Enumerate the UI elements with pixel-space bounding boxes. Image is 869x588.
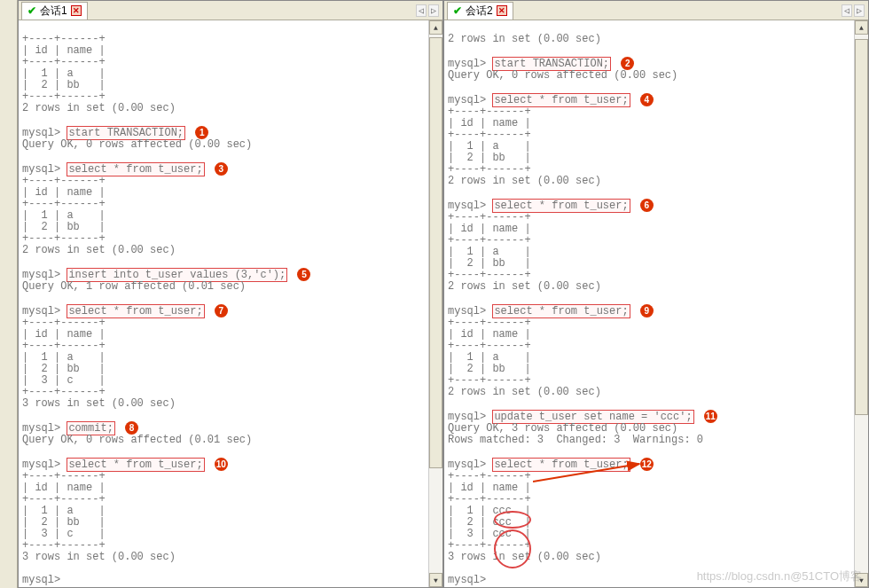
- table-border: +----+------+: [448, 374, 531, 387]
- table-header: | id | name |: [448, 223, 531, 235]
- table-row: | 2 | bb |: [22, 221, 106, 233]
- status-text: 2 rows in set (0.00 sec): [22, 102, 176, 114]
- table-border: +----+------+: [448, 470, 531, 482]
- status-text: 2 rows in set (0.00 sec): [22, 244, 176, 256]
- status-text: Rows matched: 3 Changed: 3 Warnings: 0: [448, 434, 703, 446]
- table-border: +----+------+: [448, 211, 531, 223]
- table-header: | id | name |: [448, 482, 531, 494]
- table-border: +----+------+: [448, 106, 531, 118]
- scroll-down-icon[interactable]: ▼: [855, 573, 868, 587]
- status-text: 2 rows in set (0.00 sec): [448, 175, 601, 187]
- status-text: Query OK, 0 rows affected (0.00 sec): [448, 69, 677, 82]
- table-border: +----+------+: [448, 234, 531, 247]
- scroll-down-icon[interactable]: ▼: [429, 573, 442, 587]
- table-header: | id | name |: [448, 117, 531, 129]
- badge-4: 4: [640, 93, 654, 106]
- close-icon[interactable]: ✕: [497, 5, 507, 16]
- status-text: 3 rows in set (0.00 sec): [448, 551, 601, 563]
- prompt: mysql>: [22, 127, 60, 139]
- table-border: +----+------+: [22, 470, 106, 482]
- table-border: +----+------+: [448, 539, 531, 552]
- scroll-up-icon[interactable]: ▲: [429, 20, 442, 35]
- table-border: +----+------+: [22, 198, 106, 210]
- table-row: | 1 | a |: [448, 351, 531, 364]
- status-text: 2 rows in set (0.00 sec): [448, 280, 601, 293]
- table-row: | 2 | bb |: [22, 79, 106, 91]
- badge-2: 2: [621, 57, 634, 70]
- close-icon[interactable]: ✕: [71, 5, 82, 16]
- status-text: 3 rows in set (0.00 sec): [22, 551, 176, 563]
- table-row: | 2 | bb |: [22, 363, 106, 375]
- table-row: | 1 | a |: [448, 246, 531, 258]
- table-border: +----+------+: [22, 317, 106, 329]
- status-text: 3 rows in set (0.00 sec): [22, 397, 176, 410]
- left-gutter: [0, 0, 18, 588]
- nav-left-icon[interactable]: ◁: [416, 4, 427, 17]
- badge-12: 12: [640, 458, 654, 471]
- badge-8: 8: [125, 421, 138, 435]
- nav-right-icon[interactable]: ▷: [428, 4, 439, 17]
- prompt: mysql>: [22, 574, 60, 586]
- table-row: | 2 | bb |: [448, 152, 531, 164]
- nav-right-icon[interactable]: ▷: [854, 4, 865, 17]
- prompt: mysql>: [22, 305, 60, 318]
- table-border: +----+------+: [448, 317, 531, 329]
- scroll-track[interactable]: [855, 35, 868, 573]
- table-row: | 2 | bb |: [448, 257, 531, 270]
- table-border: +----+------+: [22, 90, 106, 103]
- prompt: mysql>: [22, 459, 60, 471]
- badge-10: 10: [215, 458, 228, 471]
- table-border: +----+------+: [448, 129, 531, 141]
- table-header: | id | name |: [448, 328, 531, 341]
- badge-1: 1: [195, 126, 208, 139]
- prompt: mysql>: [448, 200, 486, 212]
- scroll-thumb[interactable]: [855, 39, 868, 416]
- table-border: +----+------+: [22, 493, 106, 506]
- prompt: mysql>: [448, 305, 486, 318]
- status-text: Query OK, 0 rows affected (0.00 sec): [22, 138, 252, 151]
- terminal-right[interactable]: 2 rows in set (0.00 sec) mysql> start TR…: [444, 20, 854, 587]
- table-row: | 2 | bb |: [448, 363, 531, 375]
- scroll-up-icon[interactable]: ▲: [855, 20, 868, 35]
- table-row: | 2 | bb |: [22, 516, 106, 529]
- nav-left-icon[interactable]: ◁: [842, 4, 852, 17]
- status-text: Query OK, 1 row affected (0.01 sec): [22, 280, 246, 293]
- badge-9: 9: [640, 304, 654, 318]
- badge-11: 11: [704, 410, 717, 423]
- table-header: | id | name |: [22, 44, 106, 57]
- table-row: | 1 | a |: [22, 67, 106, 80]
- scroll-thumb[interactable]: [429, 37, 442, 468]
- table-border: +----+------+: [22, 56, 106, 68]
- tab-nav[interactable]: ◁ ▷: [842, 4, 865, 17]
- table-header: | id | name |: [22, 482, 106, 494]
- status-text: Query OK, 3 rows affected (0.00 sec): [448, 422, 677, 435]
- badge-5: 5: [297, 268, 310, 281]
- table-border: +----+------+: [448, 163, 531, 176]
- tab-nav[interactable]: ◁ ▷: [416, 4, 439, 17]
- table-row: | 1 | a |: [22, 351, 106, 364]
- terminal-left[interactable]: +----+------+ | id | name | +----+------…: [19, 20, 428, 587]
- prompt: mysql>: [448, 58, 486, 70]
- prompt: mysql>: [22, 163, 60, 176]
- table-row: | 3 | c |: [22, 374, 106, 387]
- table-border: +----+------+: [448, 493, 531, 506]
- prompt: mysql>: [22, 269, 60, 281]
- badge-7: 7: [215, 304, 228, 318]
- check-icon: ✔: [453, 4, 462, 17]
- table-border: +----+------+: [448, 269, 531, 281]
- table-row: | 1 | a |: [22, 209, 106, 222]
- table-border: +----+------+: [22, 386, 106, 398]
- tab-label: 会话2: [466, 4, 493, 19]
- scroll-track[interactable]: [429, 35, 442, 573]
- left-panel: ✔ 会话1 ✕ ◁ ▷ +----+------+ | id | name | …: [18, 0, 443, 588]
- table-row: | 3 | ccc |: [448, 528, 531, 540]
- scrollbar-right[interactable]: ▲ ▼: [854, 20, 868, 587]
- scrollbar-left[interactable]: ▲ ▼: [428, 20, 442, 587]
- tab-bar-right: ✔ 会话2 ✕ ◁ ▷: [444, 1, 868, 20]
- table-row: | 3 | c |: [22, 528, 106, 540]
- prompt: mysql>: [22, 422, 60, 435]
- prompt: mysql>: [448, 574, 486, 586]
- tab-session1[interactable]: ✔ 会话1 ✕: [21, 2, 88, 20]
- table-row: | 1 | ccc |: [448, 505, 531, 517]
- tab-session2[interactable]: ✔ 会话2 ✕: [447, 2, 513, 20]
